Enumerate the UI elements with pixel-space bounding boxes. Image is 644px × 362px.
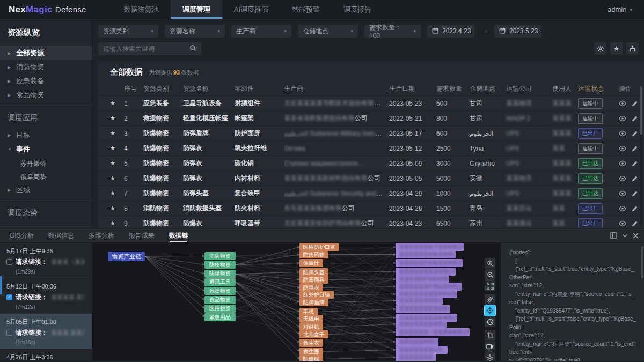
fit-screen-button[interactable] [485, 280, 495, 291]
table-row[interactable]: ★1应急装备卫星导航设备射频组件北京某某某通导航技术股份有限公司2023-05-… [98, 95, 644, 110]
graph-node-category[interactable]: 紧急用品 [204, 313, 236, 321]
star-icon[interactable]: ★ [110, 145, 124, 152]
graph-node-category[interactable]: 防疫物资 [204, 261, 236, 269]
graph-node-category[interactable]: 消防物资 [204, 252, 236, 260]
sidebar-item[interactable]: ▶区域 [0, 183, 92, 197]
sidebar-item[interactable]: ▶消防物资 [0, 60, 92, 74]
view-icon[interactable] [619, 100, 626, 107]
nav-item-2[interactable]: 调度管理 [171, 0, 222, 19]
table-row[interactable]: ★8消防物资消防救援头盔防火材料青岛某某某集团有限公司2023-04-26150… [98, 201, 644, 216]
request-item[interactable]: 4月26日 上午3:36请求链接：某 某某某 某某…(1m21s) [0, 349, 92, 361]
filter-dropdown-2[interactable]: 资源名称▾ [165, 25, 225, 38]
star-icon[interactable]: ★ [110, 220, 124, 227]
star-icon[interactable]: ★ [110, 205, 124, 212]
search-input[interactable] [103, 45, 184, 53]
close-icon[interactable] [633, 233, 639, 239]
graph-node-company[interactable]: 某某某某防护科技有限公司 [396, 275, 449, 283]
graph-node-company[interactable]: 某某某某某有限公司 [396, 338, 438, 346]
date-from-picker[interactable]: 2023.4.23 [427, 25, 474, 38]
graph-node-category[interactable]: 救援物资 [204, 287, 236, 295]
sitemap-button[interactable] [626, 42, 639, 55]
star-icon[interactable]: ★ [110, 115, 124, 122]
graph-settings-button[interactable] [485, 352, 495, 361]
graph-node-category[interactable]: 食品物资 [204, 296, 236, 304]
nav-item-1[interactable]: 数据资源池 [112, 0, 171, 19]
graph-node-item[interactable]: 防爆服 [299, 355, 323, 361]
view-icon[interactable] [619, 145, 626, 152]
edit-icon[interactable] [632, 205, 638, 212]
graph-node-category[interactable]: 通讯工具 [204, 278, 236, 286]
edit-icon[interactable] [632, 130, 638, 137]
graph-node-root[interactable]: 物资产业链 [108, 252, 145, 261]
graph-node-item[interactable]: 防弹盾牌 [299, 298, 328, 306]
panel-layout-icon[interactable] [610, 232, 617, 239]
edit-icon[interactable] [632, 145, 638, 152]
edit-icon[interactable] [632, 115, 638, 122]
snapshot-button[interactable] [485, 330, 495, 341]
user-menu[interactable]: admin ▾ [596, 0, 644, 19]
filter-dropdown-3[interactable]: 生产商▾ [231, 25, 291, 38]
nav-item-3[interactable]: AI调度推演 [222, 0, 280, 19]
graph-node-company[interactable]: 某某某某某某有限公司 [396, 297, 443, 305]
request-checkbox[interactable] [6, 259, 12, 265]
request-item[interactable]: 5月05日 上午01:00请求链接：某某某 某某某某 某某…(1m18s) [0, 314, 92, 349]
record-button[interactable] [485, 341, 495, 352]
request-checkbox[interactable] [6, 294, 12, 300]
view-icon[interactable] [619, 190, 626, 197]
table-row[interactable]: ★2救援物资轻量化模压帐篷帐篷架某某省某航集团股份有限公司2022-05-218… [98, 110, 644, 125]
graph-node-item[interactable]: 防毒面具 [299, 276, 328, 284]
sidebar-item[interactable]: ▶全部资源 [0, 46, 92, 60]
sidebar-item[interactable]: ▶应急装备 [0, 74, 92, 88]
table-row[interactable]: ★6防爆物资防弹衣内衬材料某某某某某某新材料股份有限公司2023-05-0550… [98, 171, 644, 186]
json-scrollbar[interactable] [641, 246, 643, 278]
star-icon[interactable]: ★ [110, 100, 124, 107]
view-icon[interactable] [619, 160, 626, 167]
graph-node-item[interactable]: 无线电 [299, 315, 323, 323]
zoom-in-button[interactable] [485, 258, 495, 269]
graph-node-item[interactable]: 防弹头盔 [299, 268, 328, 276]
request-item[interactable]: 5月17日 上午9:36请求链接：某某某（某某某某某）…(1m29s) [0, 243, 92, 278]
graph-node-category[interactable]: 医用物资 [204, 305, 236, 313]
settings-button[interactable] [594, 42, 606, 55]
table-row[interactable]: ★9防爆物资防爆衣呼吸器带北京某某安全防护用品有限公司2023-04-23650… [98, 216, 644, 228]
view-icon[interactable] [619, 115, 626, 122]
locate-button[interactable] [485, 305, 495, 316]
edit-icon[interactable] [632, 160, 638, 167]
graph-node-item[interactable]: 对讲机 [299, 323, 323, 331]
sidebar-item[interactable]: ▶食品物资 [0, 88, 92, 102]
request-item[interactable]: 5月12日 上午00:36请求链接：某某某某 某某…(7m12s) [0, 278, 92, 314]
graph-node-item[interactable]: 北斗盒子 [299, 330, 328, 338]
sidebar-item[interactable]: ▶目标 [0, 128, 92, 142]
edit-icon[interactable] [632, 190, 638, 197]
view-icon[interactable] [619, 130, 626, 137]
theme-button[interactable] [485, 316, 495, 327]
star-icon[interactable]: ★ [110, 130, 124, 137]
filter-dropdown-5[interactable]: 需求数量：100▾ [364, 25, 421, 38]
graph-node-item[interactable]: 体温计 [299, 259, 323, 267]
table-row[interactable]: ★5防爆物资防弹衣碳化钢Ступино машиностроите…2023-0… [98, 156, 644, 171]
filter-dropdown-4[interactable]: 仓储地点▾ [298, 25, 358, 38]
request-list-scrollbar[interactable] [0, 276, 2, 294]
search-box[interactable] [98, 42, 201, 55]
graph-node-company[interactable]: 某某某某某某某 [396, 353, 436, 361]
graph-node-company[interactable]: 某某某某某某某某有限公司 [396, 305, 450, 313]
table-scrollbar[interactable] [640, 86, 642, 226]
table-row[interactable]: ★3防爆物资防弹盾牌防护面屏الخرطوم Sudanese Military … [98, 125, 644, 141]
table-row[interactable]: ★4防爆物资防弹衣凯夫拉纤维Октава2023-05-122500ТулаUP… [98, 141, 644, 156]
graph-node-company[interactable]: 某某某某某某电子某某有限公司 [396, 243, 464, 251]
sidebar-subitem[interactable]: 俄乌局势 [0, 169, 92, 183]
star-icon[interactable]: ★ [110, 175, 124, 182]
edit-icon[interactable] [632, 100, 638, 107]
graph-node-company[interactable]: 某某某某某护设备某某有限公司 [396, 259, 463, 267]
graph-node-company[interactable]: 某某某某某某某公司 [396, 346, 448, 354]
bottom-tab-3[interactable]: 多维分析 [89, 228, 114, 243]
graph-node-company[interactable]: 某某某某某某护用品某有限公司 [396, 283, 462, 291]
nav-item-4[interactable]: 智能预警 [280, 0, 332, 19]
table-row[interactable]: ★7防爆物资防弹头盔复合装甲الخرطوم Sudanese Security … [98, 186, 644, 201]
chevron-down-icon[interactable] [623, 233, 627, 238]
edit-icon[interactable] [632, 175, 638, 182]
graph-node-category[interactable]: 防爆物资 [204, 270, 236, 278]
request-checkbox[interactable] [6, 330, 12, 336]
star-icon[interactable]: ★ [110, 160, 124, 167]
favorite-button[interactable]: ★ [610, 42, 623, 55]
